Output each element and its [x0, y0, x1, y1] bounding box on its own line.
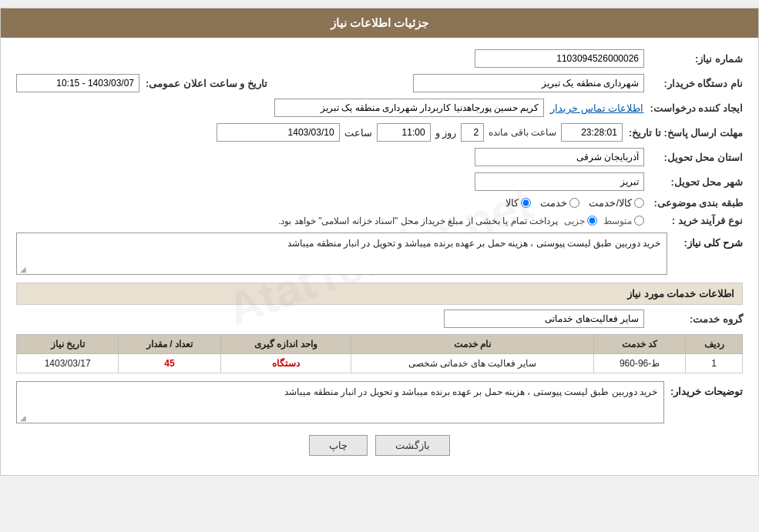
description-box: خرید دوربین طبق لیست پیوستی ، هزینه حمل … — [16, 233, 667, 275]
cell-name: سایر فعالیت های خدماتی شخصی — [351, 354, 594, 373]
purchase-type-desc: پرداخت تمام یا بخشی از مبلغ خریداز محل "… — [16, 216, 558, 226]
col-header-rownum: ردیف — [686, 335, 743, 354]
col-header-unit: واحد اندازه گیری — [220, 335, 351, 354]
group-input[interactable] — [444, 309, 644, 328]
category-goods-radio[interactable] — [521, 198, 531, 208]
print-button[interactable]: چاپ — [309, 435, 368, 456]
description-label: شرح کلی نیاز: — [673, 233, 743, 249]
purchase-medium-item: متوسط — [603, 216, 644, 226]
announcement-date-input[interactable] — [16, 74, 139, 92]
org-name-label: نام دستگاه خریدار: — [650, 78, 743, 89]
group-row: گروه خدمت: — [16, 309, 743, 328]
group-label: گروه خدمت: — [650, 313, 743, 325]
creator-row: ایجاد کننده درخواست: اطلاعات تماس خریدار — [16, 99, 743, 117]
description-row: شرح کلی نیاز: خرید دوربین طبق لیست پیوست… — [16, 233, 743, 275]
time-label: ساعت — [344, 127, 372, 139]
creator-input[interactable] — [274, 99, 544, 117]
province-row: استان محل تحویل: — [16, 148, 743, 166]
need-number-row: شماره نیاز: — [16, 49, 743, 68]
col-header-date: تاریخ نیاز — [17, 335, 119, 354]
city-row: شهر محل تحویل: — [16, 172, 743, 191]
send-date-input[interactable] — [217, 123, 340, 142]
remaining-label: ساعت باقی مانده — [489, 127, 556, 138]
category-label: طبقه بندی موضوعی: — [650, 197, 743, 209]
category-goods-label: کالا — [505, 197, 519, 209]
cell-code: ط-96-960 — [593, 354, 685, 373]
purchase-medium-radio[interactable] — [634, 216, 644, 226]
buyer-desc-label: توضیحات خریدار: — [670, 381, 743, 397]
category-service-item: خدمت — [540, 197, 579, 209]
purchase-partial-label: جزیی — [564, 216, 585, 226]
services-table: ردیف کد خدمت نام خدمت واحد اندازه گیری ت… — [16, 334, 743, 373]
send-time-input[interactable] — [377, 123, 431, 142]
purchase-type-row: نوع فرآیند خرید : متوسط جزیی پرداخت تمام… — [16, 215, 743, 226]
table-header-row: ردیف کد خدمت نام خدمت واحد اندازه گیری ت… — [17, 335, 743, 354]
category-goods-service-label: کالا/خدمت — [589, 197, 632, 209]
category-row: طبقه بندی موضوعی: کالا/خدمت خدمت کالا — [16, 197, 743, 209]
creator-label: ایجاد کننده درخواست: — [650, 102, 743, 114]
cell-rownum: 1 — [686, 354, 743, 373]
page-wrapper: جزئیات اطلاعات نیاز AtatTender.net شماره… — [0, 8, 759, 476]
purchase-partial-item: جزیی — [564, 216, 597, 226]
need-number-input[interactable] — [475, 49, 644, 68]
deadline-time-group: ساعت باقی مانده روز و ساعت — [217, 123, 623, 142]
need-number-label: شماره نیاز: — [650, 53, 743, 65]
col-header-quantity: تعداد / مقدار — [119, 335, 220, 354]
org-name-row: نام دستگاه خریدار: تاریخ و ساعت اعلان عم… — [16, 74, 743, 92]
content-area: AtatTender.net شماره نیاز: نام دستگاه خر… — [1, 38, 758, 475]
days-label: روز و — [435, 127, 457, 139]
header-title: جزئیات اطلاعات نیاز — [331, 16, 428, 29]
purchase-type-label: نوع فرآیند خرید : — [650, 215, 743, 226]
purchase-partial-radio[interactable] — [587, 216, 597, 226]
send-deadline-label: مهلت ارسال پاسخ: تا تاریخ: — [629, 127, 743, 139]
category-service-label: خدمت — [540, 197, 567, 209]
buyer-resize-handle[interactable]: ◢ — [18, 413, 26, 421]
province-input[interactable] — [475, 148, 644, 166]
resize-handle[interactable]: ◢ — [18, 265, 26, 273]
cell-unit: دستگاه — [220, 354, 351, 373]
city-input[interactable] — [475, 172, 644, 191]
cell-date: 1403/03/17 — [17, 354, 119, 373]
cell-quantity: 45 — [119, 354, 220, 373]
page-header: جزئیات اطلاعات نیاز — [1, 8, 758, 38]
purchase-type-group: متوسط جزیی پرداخت تمام یا بخشی از مبلغ خ… — [16, 216, 644, 226]
description-text: خرید دوربین طبق لیست پیوستی ، هزینه حمل … — [23, 238, 660, 249]
purchase-medium-label: متوسط — [603, 216, 632, 226]
buyer-desc-text: خرید دوربین طبق لیست پیوستی ، هزینه حمل … — [23, 386, 657, 397]
send-remaining-time-input[interactable] — [561, 123, 623, 142]
buyer-desc-box: خرید دوربین طبق لیست پیوستی ، هزینه حمل … — [16, 381, 664, 423]
category-service-radio[interactable] — [569, 198, 579, 208]
announcement-date-label: تاریخ و ساعت اعلان عمومی: — [146, 78, 267, 89]
col-header-code: کد خدمت — [593, 335, 685, 354]
contact-link[interactable]: اطلاعات تماس خریدار — [550, 102, 643, 114]
services-section-title: اطلاعات خدمات مورد نیاز — [16, 283, 743, 305]
category-radio-group: کالا/خدمت خدمت کالا — [505, 197, 644, 209]
back-button[interactable]: بازگشت — [375, 435, 450, 456]
city-label: شهر محل تحویل: — [650, 176, 743, 188]
category-goods-service-item: کالا/خدمت — [589, 197, 644, 209]
button-row: بازگشت چاپ — [16, 435, 743, 456]
org-name-input[interactable] — [413, 74, 644, 92]
buyer-desc-row: توضیحات خریدار: خرید دوربین طبق لیست پیو… — [16, 381, 743, 423]
send-deadline-row: مهلت ارسال پاسخ: تا تاریخ: ساعت باقی مان… — [16, 123, 743, 142]
category-goods-service-radio[interactable] — [634, 198, 644, 208]
table-row: 1 ط-96-960 سایر فعالیت های خدماتی شخصی د… — [17, 354, 743, 373]
category-goods-item: کالا — [505, 197, 531, 209]
col-header-name: نام خدمت — [351, 335, 594, 354]
send-days-input[interactable] — [461, 123, 484, 142]
province-label: استان محل تحویل: — [650, 152, 743, 163]
